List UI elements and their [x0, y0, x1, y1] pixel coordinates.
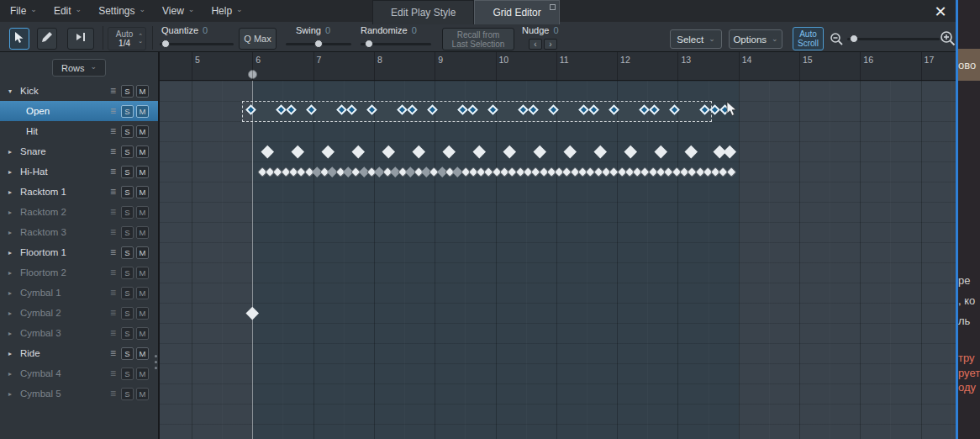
solo-button[interactable]: S — [121, 105, 134, 118]
chevron-right-icon[interactable]: ▸ — [8, 209, 18, 216]
row-hi-hat[interactable]: ▸Hi-Hat≡SM — [0, 161, 158, 182]
tab-grid-editor[interactable]: Grid Editor — [474, 0, 559, 24]
row-menu-icon[interactable]: ≡ — [110, 125, 116, 137]
auto-grid-stepper[interactable]: Auto 1/4 ⌃ ⌄ — [108, 27, 146, 50]
row-menu-icon[interactable]: ≡ — [110, 226, 116, 238]
chevron-right-icon[interactable]: ▸ — [8, 289, 18, 297]
menu-view[interactable]: View⌄ — [162, 5, 194, 17]
chevron-right-icon[interactable]: ▸ — [8, 168, 18, 176]
solo-button[interactable]: S — [121, 125, 134, 138]
mute-button[interactable]: M — [136, 105, 149, 118]
solo-button[interactable]: S — [121, 368, 134, 380]
menu-help[interactable]: Help⌄ — [211, 5, 242, 17]
swing-slider-knob[interactable] — [314, 40, 323, 48]
menu-edit[interactable]: Edit⌄ — [54, 5, 82, 17]
mute-button[interactable]: M — [136, 166, 149, 178]
row-racktom-1[interactable]: ▸Racktom 1≡SM — [0, 182, 158, 202]
zoom-in-button[interactable] — [940, 30, 956, 50]
solo-button[interactable]: S — [121, 388, 134, 400]
solo-button[interactable]: S — [121, 226, 134, 239]
flam-tool-button[interactable] — [67, 28, 94, 50]
row-floortom-2[interactable]: ▸Floortom 2≡SM — [0, 262, 158, 283]
mute-button[interactable]: M — [136, 85, 149, 98]
mute-button[interactable]: M — [136, 368, 149, 380]
mute-button[interactable]: M — [136, 206, 149, 219]
row-menu-icon[interactable]: ≡ — [110, 246, 116, 258]
randomize-slider[interactable] — [361, 39, 431, 49]
row-menu-icon[interactable]: ≡ — [110, 327, 116, 339]
swing-slider[interactable] — [286, 39, 351, 49]
auto-scroll-toggle[interactable]: Auto Scroll — [793, 27, 824, 50]
chevron-right-icon[interactable]: ▸ — [8, 309, 18, 317]
rows-dropdown[interactable]: Rows ⌄ — [52, 59, 106, 77]
chevron-right-icon[interactable]: ▸ — [8, 390, 18, 398]
menu-file[interactable]: File⌄ — [10, 5, 37, 17]
solo-button[interactable]: S — [121, 206, 134, 219]
row-ride[interactable]: ▸Ride≡SM — [0, 343, 158, 363]
mute-button[interactable]: M — [136, 186, 149, 198]
row-cymbal-5[interactable]: ▸Cymbal 5≡SM — [0, 383, 158, 404]
solo-button[interactable]: S — [121, 85, 134, 98]
row-kick[interactable]: ▾Kick≡SM — [0, 81, 158, 101]
solo-button[interactable]: S — [121, 145, 134, 158]
row-menu-icon[interactable]: ≡ — [110, 368, 116, 379]
solo-button[interactable]: S — [121, 287, 134, 299]
row-snare[interactable]: ▸Snare≡SM — [0, 141, 158, 161]
zoom-out-button[interactable] — [830, 32, 844, 50]
nudge-right-button[interactable]: › — [544, 39, 557, 50]
row-menu-icon[interactable]: ≡ — [110, 145, 116, 157]
select-dropdown[interactable]: Select ⌄ — [670, 29, 722, 49]
chevron-right-icon[interactable]: ▸ — [8, 249, 18, 257]
solo-button[interactable]: S — [121, 327, 134, 340]
row-menu-icon[interactable]: ≡ — [110, 287, 116, 299]
tab-edit-play-style[interactable]: Edit Play Style — [372, 0, 474, 24]
quantize-slider-knob[interactable] — [161, 40, 170, 48]
popout-icon[interactable] — [550, 4, 556, 10]
row-menu-icon[interactable]: ≡ — [110, 105, 116, 117]
menu-settings[interactable]: Settings⌄ — [98, 5, 145, 17]
options-dropdown[interactable]: Options ⌄ — [729, 29, 782, 49]
mute-button[interactable]: M — [136, 307, 149, 320]
close-button[interactable]: ✕ — [930, 2, 951, 22]
solo-button[interactable]: S — [121, 267, 134, 279]
row-menu-icon[interactable]: ≡ — [110, 186, 116, 198]
solo-button[interactable]: S — [121, 166, 134, 178]
chevron-right-icon[interactable]: ▸ — [8, 269, 18, 277]
mute-button[interactable]: M — [136, 267, 149, 279]
chevron-down-icon[interactable]: ▾ — [8, 87, 18, 95]
solo-button[interactable]: S — [121, 246, 134, 259]
pencil-tool-button[interactable] — [37, 28, 57, 50]
solo-button[interactable]: S — [121, 307, 134, 320]
mute-button[interactable]: M — [136, 287, 149, 299]
row-menu-icon[interactable]: ≡ — [110, 166, 116, 177]
row-floortom-1[interactable]: ▸Floortom 1≡SM — [0, 242, 158, 262]
grid[interactable] — [160, 81, 956, 439]
row-menu-icon[interactable]: ≡ — [110, 307, 116, 319]
mute-button[interactable]: M — [136, 125, 149, 138]
mute-button[interactable]: M — [136, 388, 149, 400]
chevron-right-icon[interactable]: ▸ — [8, 188, 18, 196]
zoom-slider-knob[interactable] — [850, 34, 858, 43]
solo-button[interactable]: S — [121, 347, 134, 360]
randomize-slider-knob[interactable] — [365, 40, 373, 48]
playhead-line[interactable] — [252, 81, 253, 439]
zoom-slider[interactable] — [847, 34, 940, 44]
pointer-tool-button[interactable] — [9, 28, 29, 50]
row-menu-icon[interactable]: ≡ — [110, 388, 116, 399]
solo-button[interactable]: S — [121, 186, 134, 198]
row-menu-icon[interactable]: ≡ — [110, 347, 116, 359]
row-menu-icon[interactable]: ≡ — [110, 206, 116, 218]
mute-button[interactable]: M — [136, 327, 149, 340]
row-cymbal-4[interactable]: ▸Cymbal 4≡SM — [0, 363, 158, 383]
chevron-right-icon[interactable]: ▸ — [8, 148, 18, 156]
stepper-down-icon[interactable]: ⌄ — [138, 39, 143, 44]
ruler[interactable]: 567891011121314151617 — [160, 52, 956, 81]
nudge-left-button[interactable]: ‹ — [529, 39, 542, 50]
row-cymbal-1[interactable]: ▸Cymbal 1≡SM — [0, 283, 158, 303]
mute-button[interactable]: M — [136, 145, 149, 158]
quantize-slider[interactable] — [160, 39, 234, 49]
row-menu-icon[interactable]: ≡ — [110, 267, 116, 278]
mute-button[interactable]: M — [136, 226, 149, 239]
chevron-right-icon[interactable]: ▸ — [8, 330, 18, 337]
chevron-right-icon[interactable]: ▸ — [8, 350, 18, 357]
